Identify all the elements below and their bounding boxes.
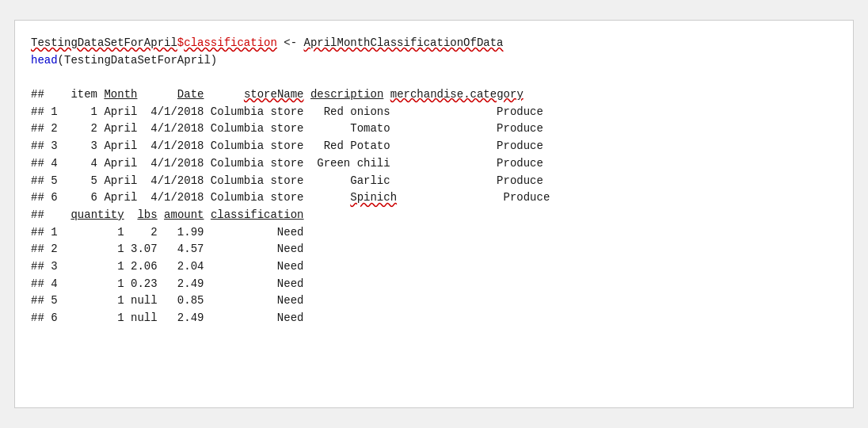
data-row-6: ## 6 6 April 4/1/2018 Columbia store Spi… xyxy=(31,189,837,207)
data-row-2: ## 2 2 April 4/1/2018 Columbia store Tom… xyxy=(31,120,837,138)
data-row-3b: ## 3 1 2.06 2.04 Need xyxy=(31,258,837,276)
dollar-sign: $ xyxy=(177,36,184,49)
col-merch-cat: merchandise.category xyxy=(390,88,523,101)
col-month: Month xyxy=(104,88,137,101)
data-row-4: ## 4 4 April 4/1/2018 Columbia store Gre… xyxy=(31,155,837,173)
spinich-text: Spinich xyxy=(350,191,397,204)
data-row-1: ## 1 1 April 4/1/2018 Columbia store Red… xyxy=(31,104,837,121)
data-row-1b: ## 1 1 2 1.99 Need xyxy=(31,224,837,242)
data-row-3: ## 3 3 April 4/1/2018 Columbia store Red… xyxy=(31,138,837,155)
col-lbs: lbs xyxy=(137,208,157,221)
rhs-var: AprilMonthClassificationOfData xyxy=(303,36,503,49)
classification-var: classification xyxy=(184,36,277,49)
col-quantity: quantity xyxy=(70,208,124,221)
col-classification: classification xyxy=(211,208,304,221)
data-row-4b: ## 4 1 0.23 2.49 Need xyxy=(31,276,837,293)
data-row-5: ## 5 5 April 4/1/2018 Columbia store Gar… xyxy=(31,173,837,190)
code-line-2: head(TestingDataSetForApril) xyxy=(31,52,837,70)
output-header-2: ## quantity lbs amount classification xyxy=(31,207,837,224)
col-amount: amount xyxy=(164,208,204,221)
console-output: TestingDataSetForApril$classification <-… xyxy=(14,20,854,408)
data-row-6b: ## 6 1 null 2.49 Need xyxy=(31,310,837,327)
output-header-1: ## item Month Date storeName description… xyxy=(31,86,837,104)
data-row-2b: ## 2 1 3.07 4.57 Need xyxy=(31,241,837,258)
col-date: Date xyxy=(177,88,204,101)
var-name: TestingDataSetForApril xyxy=(31,36,177,49)
data-row-5b: ## 5 1 null 0.85 Need xyxy=(31,292,837,310)
arrow-op: <- xyxy=(277,36,304,49)
col-storename: storeName xyxy=(244,88,304,101)
head-args: (TestingDataSetForApril) xyxy=(58,54,218,67)
head-func: head xyxy=(31,54,58,67)
code-line-1: TestingDataSetForApril$classification <-… xyxy=(31,35,837,52)
blank-line-1 xyxy=(31,69,837,86)
col-description: description xyxy=(310,88,383,101)
